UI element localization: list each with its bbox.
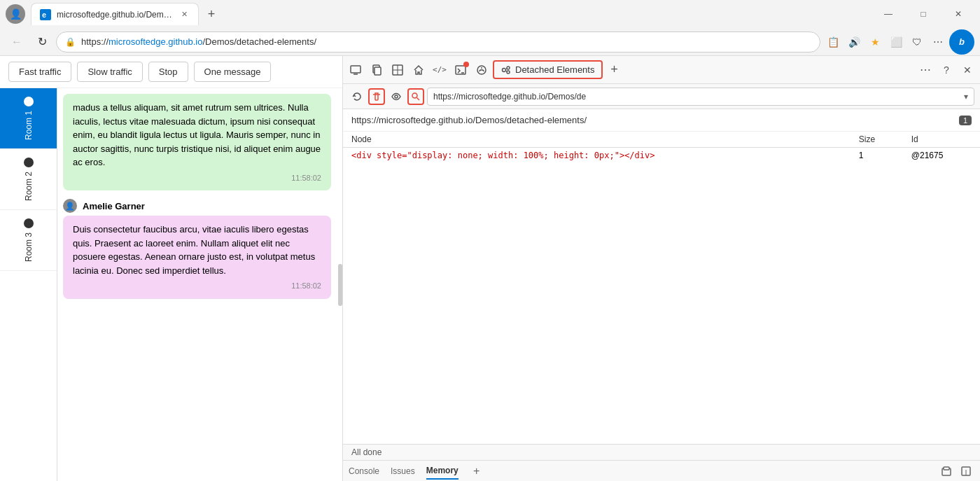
console-badge bbox=[463, 62, 469, 67]
table-header-size: Size bbox=[850, 132, 903, 148]
home-button[interactable] bbox=[409, 60, 428, 80]
message-bubble-1: madus a tellus aliquam, sit amet rutrum … bbox=[63, 94, 331, 190]
back-button[interactable]: ← bbox=[6, 31, 28, 53]
read-aloud-icon[interactable]: 🔊 bbox=[844, 32, 864, 52]
svg-line-19 bbox=[417, 97, 420, 100]
detached-elements-tab-label: Detached Elements bbox=[515, 64, 594, 75]
sources-button[interactable] bbox=[472, 60, 491, 80]
split-screen-icon[interactable]: ⬜ bbox=[886, 32, 906, 52]
devtools-eye-button[interactable] bbox=[388, 88, 405, 105]
address-bar: ← ↻ 🔒 https://microsoftedge.github.io/De… bbox=[0, 28, 980, 56]
room2-dot bbox=[24, 158, 34, 167]
layout-button[interactable] bbox=[388, 60, 407, 80]
address-url: https://microsoftedge.github.io/Demos/de… bbox=[81, 36, 811, 47]
devtools-help-button[interactable]: ? bbox=[937, 60, 956, 80]
chat-toolbar: Fast traffic Slow traffic Stop One messa… bbox=[0, 56, 342, 88]
svg-rect-2 bbox=[351, 66, 360, 73]
eye-icon bbox=[391, 92, 401, 102]
elements-button[interactable]: </> bbox=[430, 60, 449, 80]
window-controls: — □ ✕ bbox=[872, 3, 974, 25]
more-tools-icon[interactable]: ⋯ bbox=[928, 32, 948, 52]
sources-icon bbox=[476, 64, 487, 76]
room-sidebar: Room 1 Room 2 Room 3 bbox=[0, 88, 57, 481]
message-text-1: madus a tellus aliquam, sit amet rutrum … bbox=[73, 101, 321, 169]
close-button[interactable]: ✕ bbox=[942, 3, 974, 25]
devtools-url-text: https://microsoftedge.github.io/Demos/de bbox=[433, 92, 586, 102]
scrollbar[interactable] bbox=[337, 88, 342, 481]
devtools-more-button[interactable]: ⋯ bbox=[916, 60, 935, 80]
tab-bar: 👤 e microsoftedge.github.io/Demos/ ✕ + —… bbox=[0, 0, 980, 28]
screen-icon bbox=[350, 64, 361, 76]
message-author-2: 👤 Amelie Garner bbox=[63, 199, 331, 213]
tab-close-button[interactable]: ✕ bbox=[178, 9, 190, 20]
svg-rect-4 bbox=[374, 67, 381, 75]
bottom-tab-console[interactable]: Console bbox=[349, 463, 379, 479]
devtools-search-button[interactable] bbox=[407, 88, 424, 105]
tab-favicon: e bbox=[40, 9, 51, 20]
address-input[interactable]: 🔒 https://microsoftedge.github.io/Demos/… bbox=[56, 32, 820, 53]
favorites-icon[interactable]: ★ bbox=[865, 32, 885, 52]
svg-point-17 bbox=[395, 95, 398, 98]
minimize-button[interactable]: — bbox=[872, 3, 904, 25]
messages-area: madus a tellus aliquam, sit amet rutrum … bbox=[57, 88, 337, 481]
bottom-tab-issues[interactable]: Issues bbox=[391, 463, 415, 479]
devtools-delete-button[interactable] bbox=[368, 88, 385, 105]
svg-rect-21 bbox=[944, 467, 949, 470]
svg-text:e: e bbox=[42, 11, 46, 19]
refresh-button[interactable]: ↻ bbox=[31, 31, 53, 53]
screencasting-button[interactable] bbox=[346, 60, 365, 80]
search-icon bbox=[411, 92, 421, 102]
message-time-1: 11:58:02 bbox=[73, 172, 321, 184]
svg-point-12 bbox=[503, 68, 506, 71]
message-container-2: 👤 Amelie Garner Duis consectetur faucibu… bbox=[63, 199, 331, 299]
stop-button[interactable]: Stop bbox=[148, 62, 188, 82]
add-devtools-tab-button[interactable]: + bbox=[604, 60, 624, 80]
detached-elements-tab[interactable]: Detached Elements bbox=[493, 60, 603, 79]
one-message-button[interactable]: One message bbox=[194, 62, 272, 82]
maximize-button[interactable]: □ bbox=[907, 3, 939, 25]
console-button[interactable] bbox=[451, 60, 470, 80]
sidebar-item-room1[interactable]: Room 1 bbox=[0, 88, 57, 149]
devtools-panel: </> Detached Elements + ⋯ ? ✕ bbox=[343, 56, 980, 481]
new-tab-button[interactable]: + bbox=[202, 4, 221, 24]
add-bottom-tab-button[interactable]: + bbox=[470, 464, 484, 478]
devtools-close-button[interactable]: ✕ bbox=[958, 60, 977, 80]
bing-button[interactable]: b bbox=[949, 29, 974, 55]
svg-line-16 bbox=[506, 71, 507, 71]
lock-icon: 🔒 bbox=[65, 37, 76, 47]
trash-icon bbox=[372, 92, 382, 102]
devtools-table: Node Size Id <div style="display: none; … bbox=[343, 132, 980, 163]
table-header-node: Node bbox=[343, 132, 850, 148]
copy-icon bbox=[371, 64, 382, 76]
profile-icon[interactable]: 👤 bbox=[6, 4, 25, 24]
collections-icon[interactable]: 📋 bbox=[823, 32, 843, 52]
undock-icon[interactable] bbox=[938, 463, 955, 480]
sidebar-item-room3[interactable]: Room 3 bbox=[0, 210, 57, 271]
layout-icon bbox=[392, 64, 403, 76]
svg-line-15 bbox=[506, 69, 507, 69]
devtools-status-bar: All done bbox=[343, 444, 980, 460]
split-icon[interactable] bbox=[958, 463, 974, 480]
table-cell-node: <div style="display: none; width: 100%; … bbox=[343, 148, 850, 164]
bottom-icons bbox=[938, 463, 974, 480]
devtools-content: https://microsoftedge.github.io/Demos/de… bbox=[343, 109, 980, 481]
devtools-url-dropdown[interactable]: ▾ bbox=[964, 92, 968, 102]
devtools-status-text: All done bbox=[351, 447, 382, 457]
devtools-refresh-button[interactable] bbox=[349, 88, 365, 105]
devtools-url-input[interactable]: https://microsoftedge.github.io/Demos/de… bbox=[427, 88, 974, 106]
svg-point-18 bbox=[412, 93, 417, 98]
bottom-tab-memory[interactable]: Memory bbox=[426, 463, 458, 480]
copy-dom-button[interactable] bbox=[367, 60, 386, 80]
room1-dot bbox=[24, 97, 34, 106]
message-time-2: 11:58:02 bbox=[73, 280, 321, 292]
devtools-page-url: https://microsoftedge.github.io/Demos/de… bbox=[351, 115, 587, 125]
slow-traffic-button[interactable]: Slow traffic bbox=[77, 62, 142, 82]
devtools-count-badge: 1 bbox=[959, 116, 972, 125]
main-content: Fast traffic Slow traffic Stop One messa… bbox=[0, 56, 980, 481]
room1-label: Room 1 bbox=[24, 111, 34, 140]
sidebar-item-room2[interactable]: Room 2 bbox=[0, 149, 57, 210]
table-row[interactable]: <div style="display: none; width: 100%; … bbox=[343, 148, 980, 164]
room3-dot bbox=[24, 218, 34, 228]
fast-traffic-button[interactable]: Fast traffic bbox=[8, 62, 71, 82]
browser-essentials-icon[interactable]: 🛡 bbox=[907, 32, 927, 52]
